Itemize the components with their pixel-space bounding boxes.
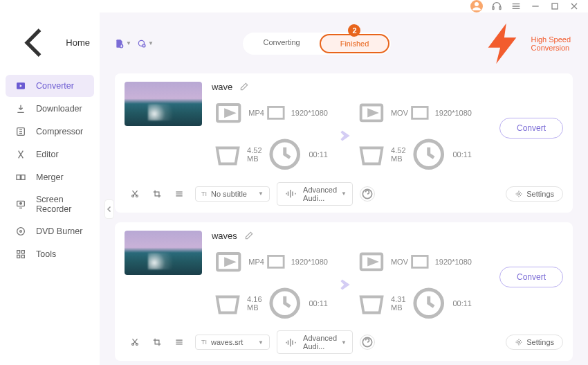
- hamburger-icon[interactable]: [511, 1, 522, 12]
- dst-format: MOV: [356, 97, 408, 129]
- audio-dropdown[interactable]: Advanced Audi...▼: [277, 182, 353, 206]
- subtitle-dropdown[interactable]: TINo subtitle▼: [195, 186, 270, 202]
- minimize-icon[interactable]: [530, 1, 541, 12]
- svg-point-11: [20, 231, 22, 233]
- dst-size: 4.52 MB: [356, 139, 408, 170]
- output-settings-icon[interactable]: [481, 82, 490, 175]
- sidebar-item-editor[interactable]: Editor: [6, 143, 94, 166]
- home-label: Home: [66, 37, 90, 48]
- window-titlebar: [0, 0, 588, 12]
- headset-icon[interactable]: [491, 1, 502, 12]
- arrow-icon: [328, 271, 356, 299]
- src-format: MP4: [212, 96, 264, 130]
- conversion-card: waves MP4 1920*1080 MOV 1920*1080 4.16 M…: [115, 222, 573, 362]
- info-icon[interactable]: [360, 186, 375, 202]
- audio-dropdown[interactable]: Advanced Audi...▼: [277, 330, 353, 354]
- src-duration: 00:11: [264, 283, 328, 323]
- subtitle-dropdown[interactable]: TIwaves.srt▼: [195, 335, 270, 350]
- src-format: MP4: [212, 245, 264, 278]
- conversion-list: wave MP4 1920*1080 MOV 1920*1080 4.52 MB: [100, 73, 588, 365]
- sidebar-label: Tools: [36, 249, 56, 259]
- crop-icon[interactable]: [152, 189, 162, 199]
- dst-duration: 00:11: [408, 134, 472, 175]
- conversion-card: wave MP4 1920*1080 MOV 1920*1080 4.52 MB: [115, 73, 573, 213]
- chevron-down-icon: ▼: [148, 40, 154, 46]
- sidebar-label: Converter: [36, 81, 74, 91]
- sidebar-item-tools[interactable]: Tools: [6, 243, 94, 265]
- sidebar-label: DVD Burner: [36, 226, 82, 236]
- sidebar-item-compressor[interactable]: Compressor: [6, 121, 94, 143]
- arrow-icon: [328, 122, 356, 150]
- src-resolution: 1920*1080: [264, 101, 328, 125]
- dst-resolution: 1920*1080: [408, 101, 472, 125]
- svg-rect-3: [552, 3, 558, 9]
- svg-rect-22: [412, 107, 428, 119]
- dst-resolution: 1920*1080: [408, 250, 472, 274]
- svg-point-0: [475, 2, 479, 6]
- svg-rect-20: [268, 107, 284, 119]
- edit-title-icon[interactable]: [244, 231, 254, 240]
- sidebar: Home Converter Downloader Compressor Edi…: [0, 12, 100, 365]
- card-settings-button[interactable]: Settings: [506, 335, 563, 350]
- tab-finished[interactable]: 2 Finished: [320, 34, 390, 53]
- high-speed-label: High Speed Conversion: [531, 35, 573, 52]
- sidebar-item-merger[interactable]: Merger: [6, 166, 94, 188]
- src-size: 4.16 MB: [212, 287, 264, 319]
- output-settings-icon[interactable]: [481, 231, 490, 324]
- dst-format: MOV: [356, 246, 408, 278]
- svg-rect-2: [499, 7, 501, 10]
- callout-2: 2: [348, 24, 360, 37]
- crop-icon[interactable]: [152, 337, 162, 347]
- convert-button[interactable]: Convert: [499, 118, 563, 139]
- high-speed-link[interactable]: High Speed Conversion: [480, 19, 573, 68]
- convert-button[interactable]: Convert: [499, 267, 563, 287]
- svg-rect-6: [17, 175, 20, 180]
- sidebar-label: Screen Recorder: [36, 195, 84, 214]
- tab-switch: Converting 2 Finished: [243, 33, 392, 55]
- video-thumbnail[interactable]: [125, 82, 202, 126]
- dst-size: 4.31 MB: [356, 287, 408, 319]
- sidebar-label: Compressor: [36, 127, 83, 136]
- video-title: wave: [212, 82, 232, 92]
- svg-rect-12: [17, 251, 20, 253]
- effects-icon[interactable]: [174, 189, 184, 199]
- trim-icon[interactable]: [130, 189, 140, 199]
- close-icon[interactable]: [569, 1, 580, 12]
- chevron-down-icon: ▼: [126, 40, 131, 46]
- sidebar-item-dvd-burner[interactable]: DVD Burner: [6, 220, 94, 242]
- svg-point-9: [20, 203, 22, 205]
- effects-icon[interactable]: [174, 337, 184, 347]
- svg-rect-32: [268, 256, 284, 267]
- svg-point-42: [518, 341, 520, 344]
- edit-title-icon[interactable]: [239, 82, 249, 91]
- sidebar-item-converter[interactable]: Converter: [6, 75, 94, 97]
- sidebar-item-downloader[interactable]: Downloader: [6, 98, 94, 120]
- card-settings-button[interactable]: Settings: [506, 186, 563, 202]
- tab-finished-label: Finished: [340, 39, 369, 48]
- maximize-icon[interactable]: [549, 1, 560, 12]
- svg-rect-14: [17, 256, 20, 258]
- trim-icon[interactable]: [130, 337, 140, 347]
- sidebar-item-screen-recorder[interactable]: Screen Recorder: [6, 189, 94, 220]
- svg-rect-13: [21, 251, 24, 253]
- home-back[interactable]: Home: [3, 18, 97, 74]
- video-title: waves: [212, 231, 237, 241]
- svg-rect-1: [493, 7, 494, 10]
- tab-converting[interactable]: Converting: [244, 34, 320, 53]
- sidebar-label: Downloader: [36, 104, 82, 114]
- sidebar-label: Merger: [36, 172, 64, 182]
- sidebar-label: Editor: [36, 150, 59, 159]
- add-file-button[interactable]: ▼: [115, 35, 131, 52]
- svg-point-30: [518, 193, 520, 195]
- user-avatar[interactable]: [470, 0, 483, 12]
- add-url-button[interactable]: ▼: [137, 35, 154, 52]
- info-icon[interactable]: [360, 335, 375, 350]
- svg-rect-15: [21, 256, 24, 258]
- sidebar-collapse[interactable]: [104, 199, 114, 219]
- topbar: ▼ ▼ Converting 2 Finished High Speed Con…: [100, 12, 588, 73]
- content-area: ▼ ▼ Converting 2 Finished High Speed Con…: [100, 12, 588, 365]
- src-size: 4.52 MB: [212, 139, 264, 170]
- src-duration: 00:11: [264, 134, 328, 175]
- video-thumbnail[interactable]: [125, 231, 202, 275]
- svg-point-10: [17, 228, 25, 235]
